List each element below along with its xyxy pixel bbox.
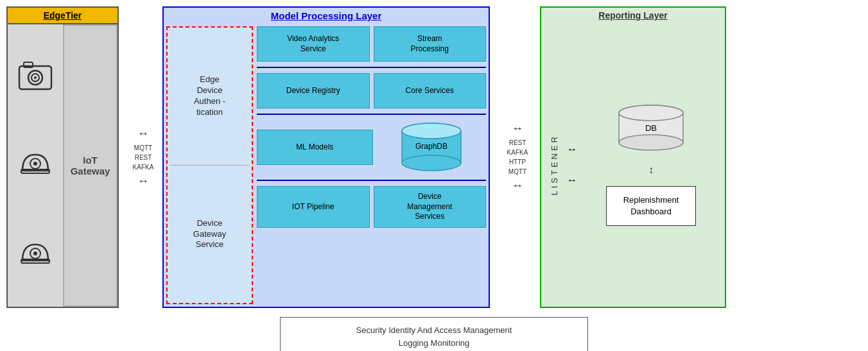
h-divider-3 <box>257 180 486 181</box>
protocol-left: MQTT REST KAFKA <box>133 143 154 172</box>
left-divider <box>170 165 249 166</box>
device-registry-label: Device Registry <box>286 86 340 96</box>
ml-models-label: ML Models <box>296 142 333 153</box>
graphdb-svg: GraphDB <box>399 122 464 173</box>
core-services-box: Core Services <box>374 73 487 108</box>
svg-point-20 <box>619 135 683 150</box>
model-layer-header: Model Processing Layer <box>164 8 489 24</box>
edge-arrow-2: ↔ <box>137 175 149 188</box>
main-row: EdgeTier <box>6 6 862 308</box>
db-cylinder-container: DB <box>616 104 686 154</box>
db-svg: DB <box>616 104 686 152</box>
listener-label: LISTENER <box>550 134 559 196</box>
h-divider-1 <box>257 67 486 68</box>
camera-icon-1 <box>16 58 55 94</box>
security-footer-row: Security Identity And Access Management … <box>6 313 862 351</box>
reporting-body: LISTENER ↔ ↔ <box>541 23 725 307</box>
edge-arrow: ↔ <box>137 127 149 141</box>
camera-icon-3 <box>16 238 55 273</box>
camera-icon-2 <box>16 148 55 184</box>
services-row-1: Video Analytics Service Stream Processin… <box>257 26 486 62</box>
security-line1: Security Identity And Access Management <box>287 324 581 337</box>
services-row-2: Device Registry Core Services <box>257 73 486 108</box>
device-management-box: Device Management Services <box>374 186 487 228</box>
db-label: DB <box>645 123 657 133</box>
svg-point-13 <box>402 155 461 171</box>
iot-gateway-label: IoT Gateway <box>64 155 116 176</box>
edge-tier: EdgeTier <box>6 6 119 308</box>
model-layer-body: Edge Device Authen - tication Device Gat… <box>164 24 489 307</box>
stream-processing-box: Stream Processing <box>374 26 487 62</box>
svg-point-7 <box>33 162 37 166</box>
model-arrow-2: ↔ <box>512 179 523 193</box>
listener-replenishment-arrow: ↔ <box>567 175 577 186</box>
model-arrow: ↔ <box>512 122 523 135</box>
left-dashed-col: Edge Device Authen - tication Device Gat… <box>166 26 253 304</box>
security-line2: Logging Monitoring <box>287 337 581 350</box>
stream-processing-label: Stream Processing <box>411 34 449 54</box>
reporting-right: DB ↕ Replenishment Dashboard <box>581 104 721 226</box>
edge-tier-inner: IoT Gateway <box>8 24 117 307</box>
core-services-label: Core Services <box>406 86 454 96</box>
reporting-layer: Reporting Layer LISTENER ↔ ↔ <box>540 6 726 308</box>
db-to-replenishment-arrow: ↕ <box>648 164 654 176</box>
model-to-reporting-area: ↔ REST KAFKA HTTP MQTT ↔ <box>495 6 540 308</box>
listener-col: LISTENER <box>545 30 563 300</box>
services-row-4: IOT Pipeline Device Management Services <box>257 186 486 228</box>
services-grid: Video Analytics Service Stream Processin… <box>257 26 486 304</box>
svg-point-23 <box>619 105 683 121</box>
model-processing-layer: Model Processing Layer Edge Device Authe… <box>162 6 490 308</box>
svg-point-16 <box>402 123 461 139</box>
services-row-3: ML Models <box>257 120 486 175</box>
iot-pipeline-label: IOT Pipeline <box>292 202 334 212</box>
video-analytics-service-box: Video Analytics Service <box>257 26 370 62</box>
h-divider-2 <box>257 114 486 115</box>
security-footer-box: Security Identity And Access Management … <box>280 317 588 351</box>
edge-to-model-area: ↔ MQTT REST KAFKA ↔ <box>124 6 162 308</box>
svg-point-4 <box>34 76 37 79</box>
cameras-col <box>8 24 63 307</box>
iot-gateway-col: IoT Gateway <box>63 24 117 307</box>
device-registry-box: Device Registry <box>257 73 370 108</box>
device-management-label: Device Management Services <box>407 192 452 222</box>
listener-arrows: ↔ ↔ <box>567 144 577 186</box>
protocol-right: REST KAFKA HTTP MQTT <box>507 138 528 176</box>
diagram-container: EdgeTier <box>0 0 868 351</box>
edge-device-auth-label: Edge Device Authen - tication <box>194 74 225 118</box>
graphdb-cylinder: GraphDB <box>377 120 487 175</box>
reporting-layer-header: Reporting Layer <box>541 8 725 23</box>
device-gateway-service-label: Device Gateway Service <box>193 218 226 251</box>
iot-pipeline-box: IOT Pipeline <box>257 186 370 228</box>
replenishment-box: Replenishment Dashboard <box>606 186 696 226</box>
edge-device-auth-box: Edge Device Authen - tication <box>191 31 228 161</box>
listener-db-arrow: ↔ <box>567 144 577 155</box>
ml-models-box: ML Models <box>257 130 373 165</box>
svg-text:GraphDB: GraphDB <box>415 142 447 151</box>
replenishment-label: Replenishment Dashboard <box>623 195 679 216</box>
svg-point-10 <box>33 252 37 255</box>
device-gateway-service-box: Device Gateway Service <box>191 169 229 299</box>
edge-tier-header: EdgeTier <box>8 8 117 24</box>
video-analytics-label: Video Analytics Service <box>287 34 339 54</box>
